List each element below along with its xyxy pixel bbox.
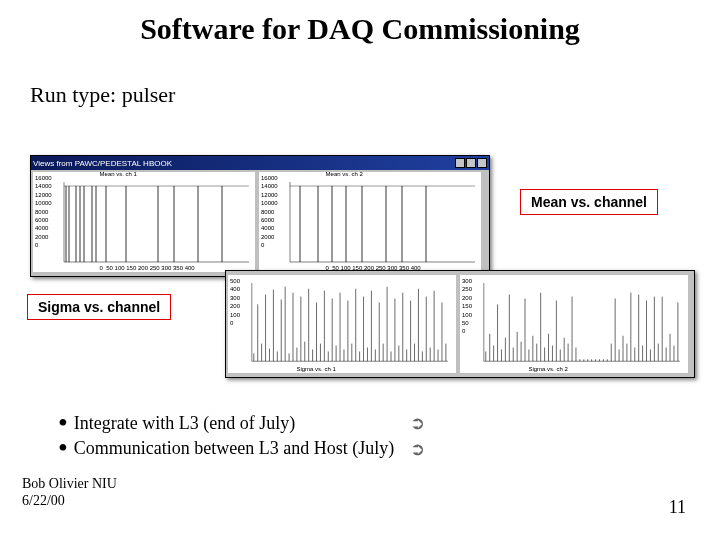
pedestal-window-mean: Views from PAWC/PEDESTAL HBOOK Mean vs. … [30, 155, 490, 277]
slide-title: Software for DAQ Commissioning [0, 12, 720, 46]
close-icon[interactable] [477, 158, 487, 168]
label-mean-vs-channel: Mean vs. channel [520, 189, 658, 215]
author-date: 6/22/00 [22, 493, 65, 508]
window-titlebar: Views from PAWC/PEDESTAL HBOOK [31, 156, 489, 170]
y-ticks: 1600014000120001000080006000400020000 [261, 174, 278, 250]
status-icon: ➲ [410, 412, 425, 434]
window-title-text: Views from PAWC/PEDESTAL HBOOK [33, 159, 172, 168]
y-ticks: 1600014000120001000080006000400020000 [35, 174, 52, 250]
screenshot-area: Views from PAWC/PEDESTAL HBOOK Mean vs. … [30, 155, 580, 380]
bullet-list: • Integrate with L3 (end of July) • Comm… [58, 412, 394, 463]
sigma2-svg [460, 275, 688, 373]
plot-sigma-ch1: 5004003002001000 Sigma vs. ch 1 [228, 275, 456, 373]
y-ticks: 300250200150100500 [462, 277, 472, 336]
bullet-item: • Integrate with L3 (end of July) [58, 412, 394, 435]
plot-mean-ch2: Mean vs. ch 2 16000140001200010000800060… [259, 172, 481, 272]
x-ticks: 0 50 100 150 200 250 300 350 400 [100, 265, 195, 271]
label-sigma-vs-channel: Sigma vs. channel [27, 294, 171, 320]
window-buttons [455, 158, 487, 168]
bullet-text: Communication between L3 and Host (July) [74, 437, 394, 460]
x-axis-label: Sigma vs. ch 2 [528, 366, 567, 372]
sigma1-svg [228, 275, 456, 373]
mean1-svg [33, 172, 255, 272]
plot-title: Mean vs. ch 1 [100, 171, 137, 177]
plot-mean-ch1: Mean vs. ch 1 16000140001200010000800060… [33, 172, 255, 272]
plot-title: Mean vs. ch 2 [326, 171, 363, 177]
minimize-icon[interactable] [455, 158, 465, 168]
y-ticks: 5004003002001000 [230, 277, 240, 327]
maximize-icon[interactable] [466, 158, 476, 168]
footer-author: Bob Olivier NIU 6/22/00 [22, 476, 117, 510]
status-icon: ➲ [410, 438, 425, 460]
slide-subtitle: Run type: pulser [30, 82, 175, 108]
author-name: Bob Olivier NIU [22, 476, 117, 491]
bullet-item: • Communication between L3 and Host (Jul… [58, 437, 394, 460]
mean2-svg [259, 172, 481, 272]
page-number: 11 [669, 497, 686, 518]
x-axis-label: Sigma vs. ch 1 [296, 366, 335, 372]
bullet-text: Integrate with L3 (end of July) [74, 412, 295, 435]
bullet-dot-icon: • [58, 416, 68, 430]
plot-sigma-ch2: 300250200150100500 Sigma vs. ch 2 [460, 275, 688, 373]
bullet-dot-icon: • [58, 441, 68, 455]
pedestal-window-sigma: 5004003002001000 Sigma vs. ch 1 30025020… [225, 270, 695, 378]
